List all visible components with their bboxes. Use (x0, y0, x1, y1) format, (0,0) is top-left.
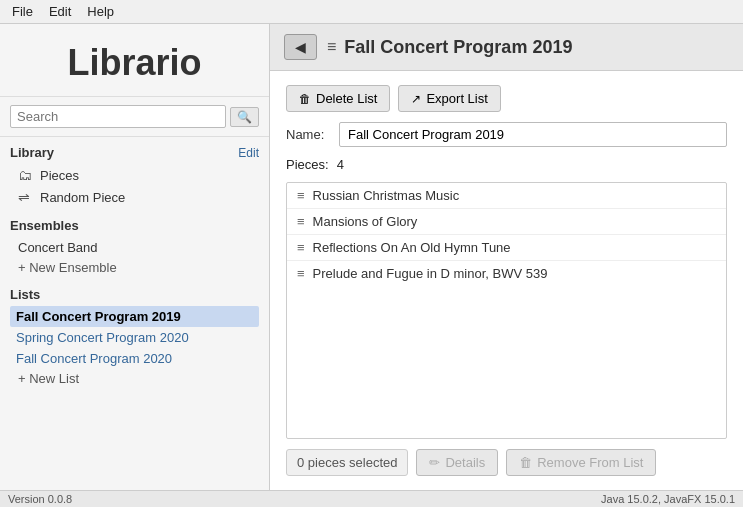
pieces-list: ≡ Russian Christmas Music ≡ Mansions of … (286, 182, 727, 439)
remove-icon: 🗑 (519, 455, 532, 470)
action-bar: 🗑 Delete List ↗ Export List (286, 85, 727, 112)
piece-icon-1: ≡ (297, 214, 305, 229)
piece-icon-2: ≡ (297, 240, 305, 255)
export-icon: ↗ (411, 92, 421, 106)
piece-item-0[interactable]: ≡ Russian Christmas Music (287, 183, 726, 209)
export-list-button[interactable]: ↗ Export List (398, 85, 500, 112)
pieces-icon: 🗂 (18, 167, 34, 183)
list-item-1[interactable]: Spring Concert Program 2020 (10, 327, 259, 348)
pieces-label: Pieces (40, 168, 79, 183)
library-edit[interactable]: Edit (238, 146, 259, 160)
piece-name-2: Reflections On An Old Hymn Tune (313, 240, 511, 255)
library-section: Library Edit 🗂 Pieces ⇌ Random Piece (0, 137, 269, 210)
pieces-count-row: Pieces: 4 (286, 157, 727, 172)
piece-icon-0: ≡ (297, 188, 305, 203)
name-label: Name: (286, 127, 331, 142)
list-item-0[interactable]: Fall Concert Program 2019 (10, 306, 259, 327)
back-icon: ◀ (295, 39, 306, 55)
content-header: ◀ ≡ Fall Concert Program 2019 (270, 24, 743, 71)
piece-name-3: Prelude and Fugue in D minor, BWV 539 (313, 266, 548, 281)
new-ensemble-btn[interactable]: + New Ensemble (10, 258, 259, 277)
pencil-icon: ✏ (429, 455, 440, 470)
piece-name-1: Mansions of Glory (313, 214, 418, 229)
random-piece-label: Random Piece (40, 190, 125, 205)
library-title: Library (10, 145, 54, 160)
delete-list-button[interactable]: 🗑 Delete List (286, 85, 390, 112)
content-title: ≡ Fall Concert Program 2019 (327, 37, 572, 58)
selected-count: 0 pieces selected (286, 449, 408, 476)
menu-file[interactable]: File (4, 2, 41, 21)
menu-edit[interactable]: Edit (41, 2, 79, 21)
pieces-count-label: Pieces: (286, 157, 329, 172)
piece-item-3[interactable]: ≡ Prelude and Fugue in D minor, BWV 539 (287, 261, 726, 286)
remove-from-list-button[interactable]: 🗑 Remove From List (506, 449, 656, 476)
piece-item-2[interactable]: ≡ Reflections On An Old Hymn Tune (287, 235, 726, 261)
bottom-bar: 0 pieces selected ✏ Details 🗑 Remove Fro… (286, 449, 727, 476)
menubar: File Edit Help (0, 0, 743, 24)
ensembles-title: Ensembles (10, 218, 79, 233)
version-info: Version 0.0.8 (8, 493, 72, 505)
sidebar-item-pieces[interactable]: 🗂 Pieces (10, 164, 259, 186)
content-body: 🗑 Delete List ↗ Export List Name: Pieces… (270, 71, 743, 490)
export-btn-label: Export List (426, 91, 487, 106)
new-ensemble-label: + New Ensemble (18, 260, 117, 275)
content-title-text: Fall Concert Program 2019 (344, 37, 572, 58)
random-icon: ⇌ (18, 189, 34, 205)
search-bar: 🔍 (0, 97, 269, 137)
back-button[interactable]: ◀ (284, 34, 317, 60)
concert-band-label: Concert Band (18, 240, 98, 255)
sidebar-item-concert-band[interactable]: Concert Band (10, 237, 259, 258)
menu-help[interactable]: Help (79, 2, 122, 21)
java-info: Java 15.0.2, JavaFX 15.0.1 (601, 493, 735, 505)
sidebar-item-random-piece[interactable]: ⇌ Random Piece (10, 186, 259, 208)
piece-icon-3: ≡ (297, 266, 305, 281)
name-input[interactable] (339, 122, 727, 147)
name-field-row: Name: (286, 122, 727, 147)
list-header-icon: ≡ (327, 38, 336, 56)
search-button[interactable]: 🔍 (230, 107, 259, 127)
new-list-btn[interactable]: + New List (10, 369, 259, 388)
search-input[interactable] (10, 105, 226, 128)
ensembles-section: Ensembles Concert Band + New Ensemble (0, 210, 269, 279)
details-btn-label: Details (445, 455, 485, 470)
new-list-label: + New List (18, 371, 79, 386)
remove-btn-label: Remove From List (537, 455, 643, 470)
piece-item-1[interactable]: ≡ Mansions of Glory (287, 209, 726, 235)
lists-title: Lists (10, 287, 40, 302)
app-logo: Librario (0, 24, 269, 97)
piece-name-0: Russian Christmas Music (313, 188, 460, 203)
statusbar: Version 0.0.8 Java 15.0.2, JavaFX 15.0.1 (0, 490, 743, 507)
sidebar: Librario 🔍 Library Edit 🗂 Pieces ⇌ Rando… (0, 24, 270, 490)
content-area: ◀ ≡ Fall Concert Program 2019 🗑 Delete L… (270, 24, 743, 490)
pieces-count-value: 4 (337, 157, 344, 172)
details-button[interactable]: ✏ Details (416, 449, 498, 476)
delete-btn-label: Delete List (316, 91, 377, 106)
list-item-2[interactable]: Fall Concert Program 2020 (10, 348, 259, 369)
trash-icon: 🗑 (299, 92, 311, 106)
lists-section: Lists Fall Concert Program 2019 Spring C… (0, 279, 269, 390)
